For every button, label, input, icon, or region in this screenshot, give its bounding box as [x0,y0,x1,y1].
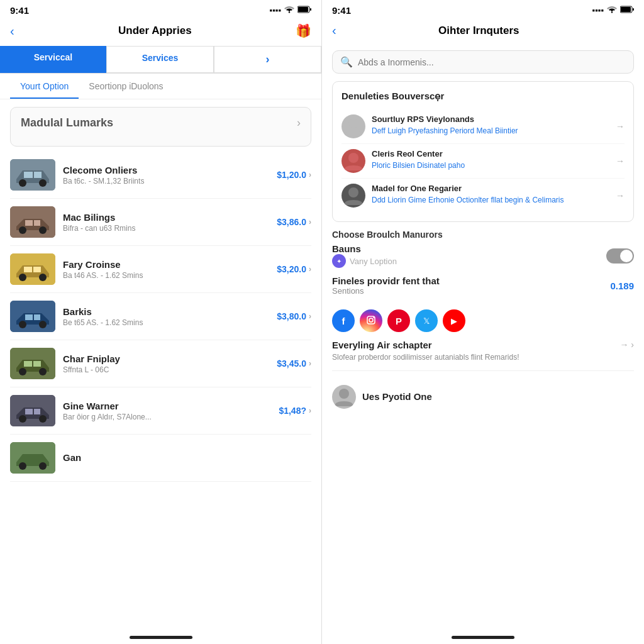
dealer-desc-0: Deff Luigh Pryefashing Periord Meal Biin… [372,126,616,136]
dealer-arrow-2: → [616,191,625,201]
pinterest-icon: P [396,316,402,326]
pinterest-button[interactable]: P [387,309,410,332]
bonus-sub: ✦ Vany Loption [332,254,397,268]
car-detail-4: Sffnta L - 06C [63,365,277,374]
sub-tab-option[interactable]: Yourt Option [10,74,79,99]
svg-point-20 [39,321,47,328]
time-right: 9:41 [332,5,351,16]
bonus-text: Vany Loption [350,257,397,266]
car-detail-3: Be t65 AS. - 1.62 Smins [63,318,277,327]
youtube-button[interactable]: ▶ [443,309,465,332]
dealer-avatar-2 [341,184,365,208]
svg-point-34 [19,462,26,470]
dealer-name-2: Madel for One Regarier [372,184,616,193]
search-input[interactable] [358,57,626,67]
search-icon: 🔍 [340,56,353,68]
tab-services[interactable]: Services [106,46,214,73]
tab-extra[interactable]: › [214,46,321,73]
car-item-2[interactable]: Fary Croinse Ba t46 AS. - 1.62 Smins $3,… [10,246,311,293]
dealer-item-2[interactable]: Madel for One Regarier Ddd Liorin Gime E… [341,179,625,213]
svg-rect-38 [633,8,634,11]
chevron-3: › [309,312,311,321]
car-name-2: Fary Croinse [63,259,277,270]
dealer-desc-2: Ddd Liorin Gime Erhonie Octionlter fllat… [372,195,616,206]
provider-row: Fineles providr fent that Sentions 0.189 [332,275,634,296]
time-left: 9:41 [10,5,29,16]
status-icons-left: ▪▪▪▪ [270,6,311,15]
dealer-avatar-0 [341,114,365,138]
car-name-5: Gine Warner [63,401,279,411]
svg-rect-12 [34,220,40,226]
car-item-0[interactable]: Clecome Onliers Ba t6c. - SM.1,32 Briint… [10,152,311,199]
dealer-info-1: Cleris Reol Center Ploric Bilsien Disina… [372,149,616,171]
car-price-0: $1,20.0 › [277,170,311,180]
car-thumb-1 [10,206,55,238]
social-row: f P 𝕏 ▶ [332,309,634,332]
sub-tab-section[interactable]: Seortionp iDuolons [79,74,173,99]
bonus-label: Bauns [332,243,397,254]
provider-section: Fineles providr fent that Sentions 0.189 [332,275,634,296]
toggle-bonus[interactable] [606,248,634,264]
page-title-left: Under Appries [14,25,296,37]
gift-icon[interactable]: 🎁 [296,23,311,38]
car-item-5[interactable]: Gine Warner Bar ôior g Aldır, S7Alone...… [10,387,311,435]
facebook-button[interactable]: f [332,309,355,332]
user-row[interactable]: Ues Pyotid One [322,379,644,415]
car-info-5: Gine Warner Bar ôior g Aldır, S7Alone... [63,401,279,421]
svg-point-35 [39,462,47,470]
car-name-0: Clecome Onliers [63,165,277,175]
car-info-6: Gan [63,452,311,464]
svg-point-25 [39,368,47,375]
car-name-6: Gan [63,452,311,463]
svg-rect-2 [310,8,311,11]
toggle-knob [620,250,633,262]
car-item-3[interactable]: Barkis Be t65 AS. - 1.62 Smins $3,80.0 › [10,293,311,340]
dealer-name-0: Sourtluy RPS Vieylonands [372,114,616,124]
car-thumb-5 [10,395,55,426]
car-item-4[interactable]: Char Fniplay Sffnta L - 06C $3,45.0 › [10,340,311,387]
bonus-icon: ✦ [332,254,346,268]
car-item-6[interactable]: Gan [10,435,311,482]
svg-point-41 [348,187,358,197]
bottom-bar-left [130,636,192,639]
chevron-2: › [309,265,311,274]
dealer-arrow-0: → [616,121,625,131]
car-list: Clecome Onliers Ba t6c. - SM.1,32 Briint… [0,152,321,631]
car-info-2: Fary Croinse Ba t46 AS. - 1.62 Smins [63,259,277,280]
page-title-right: Oihter Irnquters [336,25,621,37]
dealer-avatar-1 [341,149,365,173]
svg-rect-21 [25,314,33,320]
instagram-button[interactable] [360,309,382,332]
svg-point-43 [369,318,373,322]
search-bar[interactable]: 🔍 [332,50,634,74]
status-bar-left: 9:41 ▪▪▪▪ [0,0,321,18]
facebook-icon: f [342,316,345,326]
chevron-4: › [309,359,311,368]
back-button-right[interactable]: ‹ [332,23,336,38]
tab-serviccal[interactable]: Serviccal [0,46,106,73]
car-price-1: $3,86.0 › [277,217,311,227]
dealer-item-0[interactable]: Sourtluy RPS Vieylonands Deff Luigh Prye… [341,109,625,144]
svg-rect-32 [34,409,40,414]
svg-point-4 [19,179,26,187]
header-left: ‹ Under Appries 🎁 [0,18,321,46]
user-name: Ues Pyotid One [362,391,432,402]
twitter-button[interactable]: 𝕏 [415,309,438,332]
svg-point-40 [348,153,358,163]
car-thumb-0 [10,159,55,191]
back-button-left[interactable]: ‹ [10,24,14,38]
svg-point-45 [339,389,349,399]
dealer-item-1[interactable]: Cleris Reol Center Ploric Bilsien Disina… [341,144,625,179]
car-thumb-4 [10,348,55,379]
car-info-1: Mac Bilings Bifra - can u63 Rmins [63,212,277,233]
bottom-bar-right [452,636,514,639]
svg-rect-6 [24,172,33,178]
car-thumb-2 [10,253,55,285]
right-phone: 9:41 ▪▪▪▪ ‹ Oihter Irnquters 🔍 Denuletie… [322,0,644,644]
car-item-1[interactable]: Mac Bilings Bifra - can u63 Rmins $3,86.… [10,199,311,246]
car-info-4: Char Fniplay Sffnta L - 06C [63,353,277,374]
instagram-icon [366,315,376,327]
everything-arrow[interactable]: → › [619,340,634,350]
section-card-arrow[interactable]: › [297,116,301,130]
chevron-5: › [309,406,311,415]
